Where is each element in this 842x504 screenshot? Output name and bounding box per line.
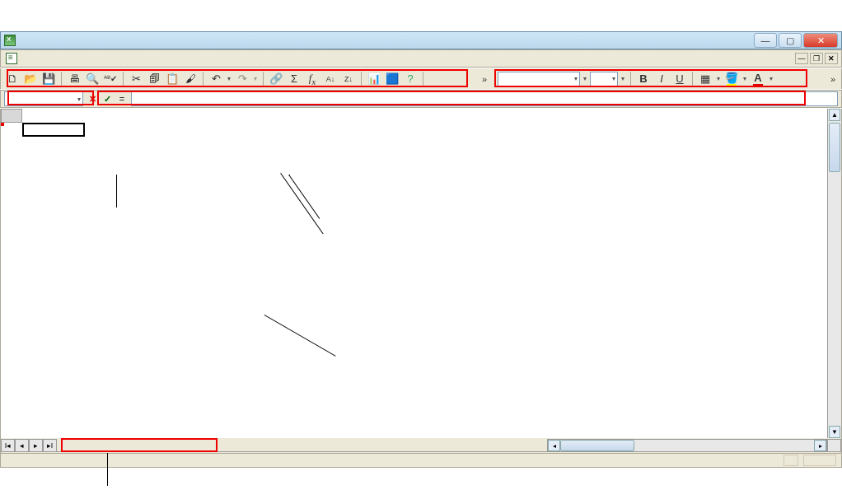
scroll-right-button[interactable]: ▸: [814, 440, 826, 451]
formula-input[interactable]: [131, 91, 838, 106]
callout-celle4-line: [288, 175, 320, 219]
sort-asc-button[interactable]: A↓: [322, 71, 339, 87]
undo-dropdown[interactable]: ▾: [226, 71, 232, 87]
underline-button[interactable]: U: [671, 71, 688, 87]
minimize-button[interactable]: —: [754, 33, 777, 48]
callout-celle4-line2: [280, 173, 323, 234]
print-preview-button[interactable]: 🔍: [84, 71, 101, 87]
red-highlight-row4: [1, 123, 4, 126]
select-all-corner[interactable]: [1, 109, 22, 123]
sort-desc-button[interactable]: Z↓: [340, 71, 357, 87]
font-size-select[interactable]: ▾: [590, 72, 618, 86]
cell-name-box[interactable]: ▾: [4, 91, 83, 106]
paste-button[interactable]: 📋: [164, 71, 180, 87]
tab-nav-first[interactable]: I◂: [1, 439, 15, 452]
standard-toolbar-more[interactable]: »: [479, 71, 489, 87]
help-button[interactable]: ?: [402, 71, 419, 87]
scroll-up-button[interactable]: ▲: [829, 109, 840, 121]
tab-nav-prev[interactable]: ◂: [15, 439, 29, 452]
font-color-dropdown[interactable]: ▾: [768, 71, 774, 87]
redo-button[interactable]: ↷: [234, 71, 250, 87]
callout-worksheet-tabs-line: [107, 453, 108, 486]
print-button[interactable]: 🖶: [66, 71, 82, 87]
excel-app-icon: [4, 35, 16, 46]
open-button[interactable]: 📂: [22, 71, 39, 87]
hyperlink-button[interactable]: 🔗: [268, 71, 284, 87]
active-cell-outline: [22, 123, 85, 137]
formula-bar: ▾ ✕ ✓ =: [0, 90, 842, 108]
menu-bar: — ❐ ✕: [0, 49, 842, 68]
title-bar: — ▢ ✕: [0, 31, 842, 49]
callout-columne-line: [264, 315, 336, 357]
formula-cancel-button[interactable]: ✕: [87, 94, 98, 105]
italic-button[interactable]: I: [653, 71, 670, 87]
scroll-left-button[interactable]: ◂: [548, 440, 560, 451]
cut-button[interactable]: ✂: [128, 71, 144, 87]
scroll-thumb-h[interactable]: [560, 440, 634, 451]
close-button[interactable]: ✕: [803, 33, 838, 48]
save-button[interactable]: 💾: [40, 71, 57, 87]
status-scrl-indicator: [784, 455, 798, 466]
font-name-select[interactable]: ▾: [498, 72, 580, 86]
toolbar-row: 🗋 📂 💾 🖶 🔍 ᴬᴮ✔ ✂ 🗐 📋 🖌 ↶ ▾ ↷ ▾ 🔗 Σ fx A↓ …: [0, 68, 842, 89]
bold-button[interactable]: B: [635, 71, 652, 87]
formatting-toolbar-more[interactable]: »: [828, 71, 838, 87]
mdi-restore-button[interactable]: ❐: [810, 53, 823, 64]
scroll-thumb-v[interactable]: [829, 123, 840, 172]
fill-color-dropdown[interactable]: ▾: [741, 71, 748, 87]
tab-nav-next[interactable]: ▸: [29, 439, 43, 452]
tab-nav-last[interactable]: ▸I: [43, 439, 57, 452]
spreadsheet-grid: ▲ ▼: [0, 109, 842, 438]
new-button[interactable]: 🗋: [4, 71, 21, 87]
chart-wizard-button[interactable]: 📊: [366, 71, 382, 87]
scroll-corner: [827, 439, 841, 452]
mdi-close-button[interactable]: ✕: [825, 53, 838, 64]
font-color-button[interactable]: A: [750, 71, 766, 87]
font-size-dropdown[interactable]: ▾: [582, 71, 588, 87]
undo-button[interactable]: ↶: [208, 71, 224, 87]
formula-enter-button[interactable]: ✓: [101, 94, 113, 105]
sheet-tabs-row: I◂ ◂ ▸ ▸I ◂ ▸: [0, 438, 842, 453]
function-button[interactable]: fx: [304, 71, 320, 87]
autosum-button[interactable]: Σ: [286, 71, 302, 87]
spelling-button[interactable]: ᴬᴮ✔: [102, 71, 119, 87]
font-size-dropdown-caret[interactable]: ▾: [620, 71, 626, 87]
copy-button[interactable]: 🗐: [146, 71, 162, 87]
borders-dropdown[interactable]: ▾: [715, 71, 722, 87]
formula-equals-icon: =: [116, 94, 128, 104]
red-highlight-column-e: [1, 123, 4, 126]
borders-button[interactable]: ▦: [697, 71, 713, 87]
format-painter-button[interactable]: 🖌: [182, 71, 199, 87]
horizontal-scrollbar[interactable]: ◂ ▸: [547, 439, 827, 452]
status-bar: [0, 453, 842, 468]
vertical-scrollbar[interactable]: ▲ ▼: [827, 109, 841, 438]
callout-row4-line: [116, 175, 117, 208]
maximize-button[interactable]: ▢: [779, 33, 802, 48]
mdi-minimize-button[interactable]: —: [795, 53, 808, 64]
redo-dropdown[interactable]: ▾: [252, 71, 259, 87]
status-cell-blank: [803, 455, 836, 466]
fill-color-button[interactable]: 🪣: [723, 71, 740, 87]
scroll-down-button[interactable]: ▼: [829, 426, 840, 438]
document-icon: [6, 53, 17, 64]
drawing-button[interactable]: 🟦: [384, 71, 400, 87]
